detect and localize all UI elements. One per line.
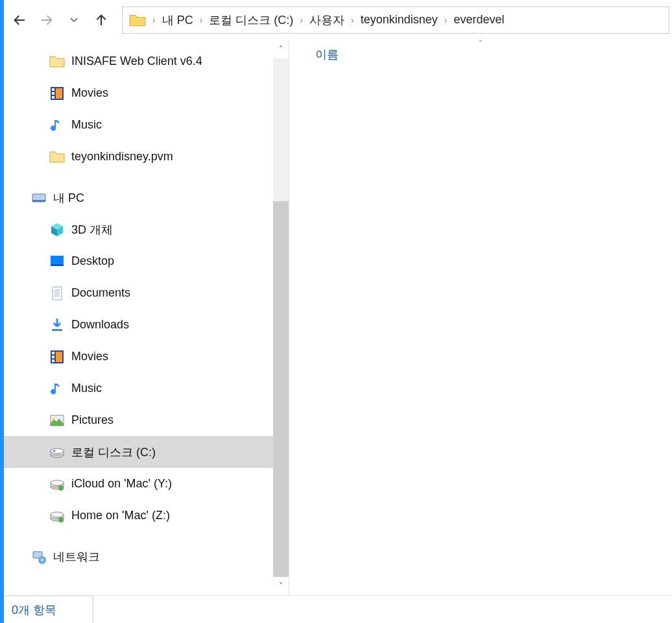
scroll-up-arrow-icon[interactable]: ˄	[273, 40, 289, 58]
chevron-right-icon: ›	[151, 15, 157, 25]
chevron-down-icon	[69, 16, 78, 25]
sidebar-scrollbar[interactable]: ˄ ˅	[273, 40, 289, 595]
network-icon	[30, 548, 48, 566]
desktop-icon	[48, 252, 66, 271]
breadcrumb-root-icon[interactable]	[124, 7, 151, 33]
folder-icon	[129, 13, 146, 27]
sidebar-container: INISAFE Web Client v6.4MoviesMusicteyonk…	[4, 40, 289, 595]
music-icon	[48, 116, 66, 134]
tree-item-label: teyonkindisney.pvm	[71, 150, 173, 164]
tree-item-14[interactable]: Home on 'Mac' (Z:)	[4, 500, 273, 531]
scrollbar-track[interactable]	[273, 58, 289, 577]
tree-item-4[interactable]: 내 PC	[4, 182, 273, 214]
folder-icon	[48, 148, 66, 166]
breadcrumb-item-3[interactable]: teyonkindisney	[355, 7, 443, 33]
chevron-right-icon: ›	[198, 15, 204, 25]
breadcrumb-item-2[interactable]: 사용자	[304, 7, 350, 33]
breadcrumb-item-4[interactable]: everdevel	[448, 7, 509, 33]
tree-item-label: INISAFE Web Client v6.4	[71, 55, 202, 68]
content-pane[interactable]: ˄ 이름	[289, 40, 672, 595]
chevron-right-icon: ›	[443, 15, 449, 25]
tree-item-9[interactable]: Movies	[4, 341, 273, 373]
address-bar: › 내 PC › 로컬 디스크 (C:) › 사용자 › teyonkindis…	[4, 0, 672, 40]
status-bar-container: 0개 항목	[4, 595, 672, 623]
tree-item-13[interactable]: iCloud on 'Mac' (Y:)	[4, 468, 273, 500]
film-icon	[48, 84, 66, 103]
up-button[interactable]	[88, 7, 114, 33]
tree-item-11[interactable]: Pictures	[4, 404, 273, 436]
chevron-right-icon: ›	[350, 15, 355, 25]
tree-item-label: Desktop	[71, 254, 114, 268]
tree-item-label: Movies	[71, 350, 108, 363]
navigation-tree[interactable]: INISAFE Web Client v6.4MoviesMusicteyonk…	[4, 40, 273, 595]
forward-button[interactable]	[34, 7, 60, 33]
back-button[interactable]	[6, 7, 32, 33]
tree-item-label: Music	[71, 382, 102, 395]
tree-item-label: Music	[71, 118, 102, 132]
scroll-down-arrow-icon[interactable]: ˅	[273, 577, 289, 595]
tree-item-0[interactable]: INISAFE Web Client v6.4	[4, 45, 273, 77]
netdisk-icon	[48, 507, 66, 525]
tree-item-label: Movies	[71, 86, 108, 100]
tree-item-label: 3D 개체	[71, 222, 113, 238]
tree-item-label: iCloud on 'Mac' (Y:)	[71, 477, 172, 491]
tree-item-label: Home on 'Mac' (Z:)	[71, 509, 170, 522]
folder-icon	[48, 53, 66, 71]
status-bar: 0개 항목	[0, 596, 93, 623]
document-icon	[48, 284, 66, 302]
cube3d-icon	[48, 221, 66, 239]
tree-item-label: 네트워크	[53, 549, 100, 565]
arrow-up-icon	[93, 12, 109, 28]
tree-item-8[interactable]: Downloads	[4, 309, 273, 341]
tree-item-1[interactable]: Movies	[4, 77, 273, 109]
tree-item-label: 내 PC	[53, 190, 84, 206]
column-header-name[interactable]: ˄ 이름	[289, 40, 672, 69]
pictures-icon	[48, 411, 66, 430]
tree-item-label: Pictures	[71, 413, 114, 427]
film-icon	[48, 348, 66, 366]
tree-item-12[interactable]: 로컬 디스크 (C:)	[4, 436, 273, 468]
breadcrumb[interactable]: › 내 PC › 로컬 디스크 (C:) › 사용자 › teyonkindis…	[122, 6, 669, 34]
arrow-left-icon	[12, 12, 27, 28]
tree-item-label: Documents	[71, 286, 130, 300]
arrow-right-icon	[39, 12, 54, 28]
tree-item-7[interactable]: Documents	[4, 277, 273, 309]
download-icon	[48, 316, 66, 334]
tree-item-6[interactable]: Desktop	[4, 245, 273, 277]
breadcrumb-item-0[interactable]: 내 PC	[157, 7, 198, 33]
column-name-label: 이름	[315, 47, 339, 62]
tree-item-label: Downloads	[71, 318, 129, 332]
chevron-right-icon: ›	[298, 15, 304, 25]
sort-indicator-icon: ˄	[479, 40, 483, 48]
breadcrumb-item-1[interactable]: 로컬 디스크 (C:)	[204, 7, 298, 33]
main-area: INISAFE Web Client v6.4MoviesMusicteyonk…	[4, 40, 672, 595]
tree-item-label: 로컬 디스크 (C:)	[71, 445, 156, 460]
scrollbar-thumb[interactable]	[273, 201, 289, 577]
netdisk-icon	[48, 475, 66, 493]
tree-item-3[interactable]: teyonkindisney.pvm	[4, 141, 273, 173]
recent-dropdown-button[interactable]	[61, 7, 87, 33]
tree-item-2[interactable]: Music	[4, 109, 273, 141]
tree-item-5[interactable]: 3D 개체	[4, 214, 273, 245]
disk-icon	[48, 443, 66, 461]
item-count-label: 0개 항목	[12, 602, 56, 618]
tree-item-15[interactable]: 네트워크	[4, 541, 273, 572]
music-icon	[48, 380, 66, 398]
pc-icon	[30, 189, 48, 207]
tree-item-10[interactable]: Music	[4, 373, 273, 404]
